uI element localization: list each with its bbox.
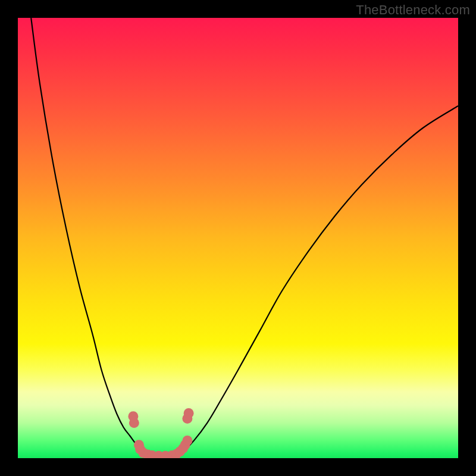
chart-frame: TheBottleneck.com bbox=[0, 0, 476, 476]
marker-point bbox=[184, 408, 194, 418]
marker-group bbox=[128, 408, 193, 458]
curve-layer bbox=[18, 18, 458, 458]
marker-point bbox=[129, 418, 139, 428]
watermark-text: TheBottleneck.com bbox=[356, 2, 470, 18]
right-curve bbox=[176, 106, 458, 456]
left-curve bbox=[31, 18, 150, 456]
marker-point bbox=[182, 436, 192, 446]
